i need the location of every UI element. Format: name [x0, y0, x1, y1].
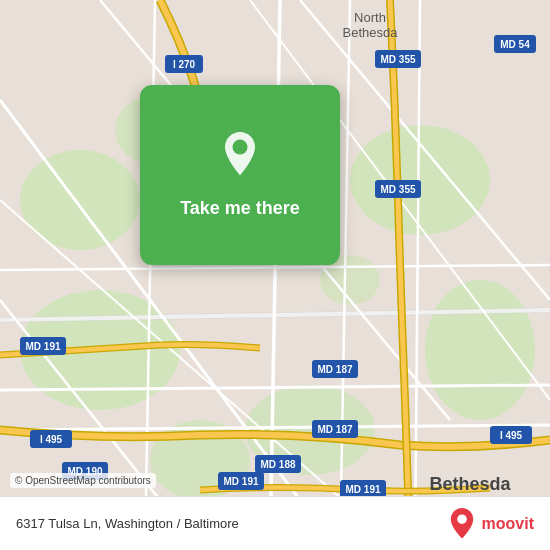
svg-point-56: [457, 514, 467, 524]
svg-text:MD 355: MD 355: [380, 184, 415, 195]
svg-text:MD 188: MD 188: [260, 459, 295, 470]
svg-text:MD 54: MD 54: [500, 39, 530, 50]
map-container: I 270 I 270 I 495 I 495 MD 355 MD 355 MD…: [0, 0, 550, 550]
address-text: 6317 Tulsa Ln, Washington / Baltimore: [16, 516, 239, 531]
svg-point-3: [350, 125, 490, 235]
svg-text:I 495: I 495: [40, 434, 63, 445]
svg-text:I 495: I 495: [500, 430, 523, 441]
take-me-there-label: Take me there: [180, 198, 300, 219]
svg-text:Bethesda: Bethesda: [343, 25, 399, 40]
svg-text:MD 191: MD 191: [25, 341, 60, 352]
copyright-text: © OpenStreetMap contributors: [10, 473, 156, 488]
svg-text:Bethesda: Bethesda: [429, 474, 511, 494]
copyright-label: © OpenStreetMap contributors: [15, 475, 151, 486]
take-me-there-button[interactable]: Take me there: [140, 85, 340, 265]
svg-point-4: [425, 280, 535, 420]
svg-text:North: North: [354, 10, 386, 25]
svg-text:MD 191: MD 191: [223, 476, 258, 487]
svg-point-55: [233, 139, 248, 154]
bottom-bar: 6317 Tulsa Ln, Washington / Baltimore mo…: [0, 496, 550, 550]
svg-point-1: [20, 150, 140, 250]
moovit-logo: moovit: [446, 508, 534, 540]
moovit-icon: [446, 508, 478, 540]
svg-text:MD 191: MD 191: [345, 484, 380, 495]
svg-text:MD 187: MD 187: [317, 364, 352, 375]
moovit-brand-text: moovit: [482, 515, 534, 533]
location-pin-icon: [215, 132, 265, 182]
svg-text:MD 187: MD 187: [317, 424, 352, 435]
svg-text:MD 355: MD 355: [380, 54, 415, 65]
map-background: I 270 I 270 I 495 I 495 MD 355 MD 355 MD…: [0, 0, 550, 550]
svg-text:I 270: I 270: [173, 59, 196, 70]
